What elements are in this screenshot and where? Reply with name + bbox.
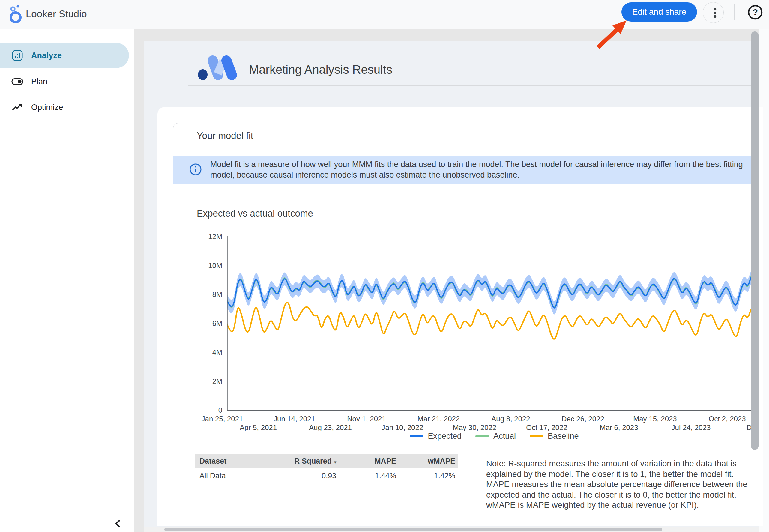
- card-title: Your model fit: [197, 130, 253, 141]
- table-empty-body: [195, 483, 458, 525]
- column-header-r-squared[interactable]: R Squared▾: [271, 457, 336, 465]
- vertical-scrollbar-thumb[interactable]: [751, 31, 759, 450]
- help-button[interactable]: ?: [745, 4, 762, 20]
- x-tick-label: Jan 10, 2022: [382, 423, 423, 431]
- app-window: Looker Studio Edit and share ?: [0, 0, 769, 532]
- cell-r-squared: 0.93: [271, 471, 336, 480]
- more-menu-icon: [705, 3, 725, 23]
- expected-vs-actual-chart: 12M10M8M6M4M2M0 Jan 25, 2021Jun 14, 2021…: [192, 231, 756, 431]
- x-tick-label: Mar 6, 2023: [600, 423, 638, 431]
- help-icon: ?: [747, 4, 764, 21]
- y-tick-label: 2M: [192, 377, 222, 386]
- x-tick-label: Mar 21, 2022: [417, 415, 460, 423]
- collapse-sidebar-button[interactable]: [110, 516, 126, 532]
- cell-wmape: 1.42%: [396, 471, 458, 480]
- x-tick-label: Apr 5, 2021: [240, 423, 277, 431]
- sidebar-item-label: Plan: [31, 77, 47, 86]
- title-divider: [188, 85, 755, 86]
- sidebar-item-plan[interactable]: Plan: [0, 69, 129, 94]
- x-tick-label: Aug 8, 2022: [491, 415, 530, 423]
- y-tick-label: 0: [192, 406, 222, 414]
- column-header-wmape[interactable]: wMAPE: [396, 457, 458, 465]
- x-tick-label: Aug 23, 2021: [309, 423, 352, 431]
- sidebar-item-label: Optimize: [31, 103, 63, 112]
- model-fit-card: Your model fit Model fit is a measure of…: [173, 123, 756, 526]
- y-tick-label: 10M: [192, 262, 222, 270]
- x-tick-label: Nov 1, 2021: [347, 415, 386, 423]
- sidebar-divider: [0, 510, 134, 510]
- legend-item-baseline: Baseline: [530, 432, 579, 441]
- x-tick-label: Jul 24, 2023: [672, 423, 711, 431]
- table-header-row: Dataset R Squared▾ MAPE wMAPE: [195, 454, 458, 468]
- horizontal-scrollbar-thumb[interactable]: [164, 528, 662, 531]
- x-tick-label: Dec 26, 2022: [561, 415, 604, 423]
- legend-label: Baseline: [548, 432, 579, 441]
- sidebar-item-analyze[interactable]: Analyze: [0, 43, 129, 68]
- cell-mape: 1.44%: [336, 471, 396, 480]
- y-tick-label: 12M: [192, 232, 222, 241]
- column-header-dataset[interactable]: Dataset: [195, 457, 271, 465]
- legend-label: Expected: [428, 432, 462, 441]
- horizontal-scrollbar-track[interactable]: [144, 527, 759, 532]
- table-row: All Data 0.93 1.44% 1.42%: [195, 468, 458, 483]
- legend-item-actual: Actual: [475, 432, 516, 441]
- cell-dataset: All Data: [195, 471, 271, 480]
- y-tick-label: 6M: [192, 319, 222, 328]
- x-tick-label: May 30, 2022: [453, 423, 496, 431]
- trending-up-icon: [11, 103, 23, 112]
- sort-descending-icon: ▾: [334, 460, 336, 465]
- x-tick-label: Oct 2, 2023: [708, 415, 746, 423]
- y-tick-label: 4M: [192, 348, 222, 357]
- x-tick-label: Jun 14, 2021: [274, 415, 315, 423]
- left-nav-sidebar: Analyze Plan Optimize: [0, 29, 134, 532]
- looker-studio-logo-icon: [6, 4, 25, 24]
- chart-legend: ExpectedActualBaseline: [269, 432, 719, 441]
- app-title: Looker Studio: [26, 8, 87, 20]
- legend-swatch: [410, 435, 423, 437]
- info-banner-text: Model fit is a measure of how well your …: [210, 159, 753, 180]
- sidebar-item-label: Analyze: [31, 51, 62, 60]
- header-divider: [734, 4, 735, 20]
- x-tick-label: Oct 17, 2022: [526, 423, 567, 431]
- legend-item-expected: Expected: [410, 432, 462, 441]
- legend-swatch: [530, 435, 543, 437]
- chevron-left-icon: [113, 518, 124, 529]
- model-fit-table: Dataset R Squared▾ MAPE wMAPE All Data 0…: [195, 454, 458, 525]
- info-banner: Model fit is a measure of how well your …: [173, 156, 756, 184]
- toggle-icon: [11, 77, 23, 86]
- meridian-logo: [196, 54, 241, 81]
- y-tick-label: 8M: [192, 290, 222, 299]
- svg-text:?: ?: [753, 7, 758, 17]
- sidebar-item-optimize[interactable]: Optimize: [0, 95, 129, 120]
- column-header-mape[interactable]: MAPE: [336, 457, 396, 465]
- edit-and-share-button[interactable]: Edit and share: [621, 2, 697, 22]
- note-text: Note: R-squared measures the amount of v…: [486, 459, 753, 510]
- report-title: Marketing Analysis Results: [249, 63, 392, 76]
- chart-section-title: Expected vs actual outcome: [197, 208, 313, 219]
- x-tick-label: Jan 25, 2021: [202, 415, 243, 423]
- top-app-bar: Looker Studio Edit and share ?: [0, 0, 769, 29]
- x-tick-label: May 15, 2023: [633, 415, 677, 423]
- more-menu-button[interactable]: [703, 2, 724, 23]
- bar-chart-icon: [11, 49, 23, 61]
- info-icon: [189, 163, 202, 176]
- legend-label: Actual: [493, 432, 516, 441]
- legend-swatch: [475, 435, 489, 437]
- line-chart-plot: [227, 236, 756, 411]
